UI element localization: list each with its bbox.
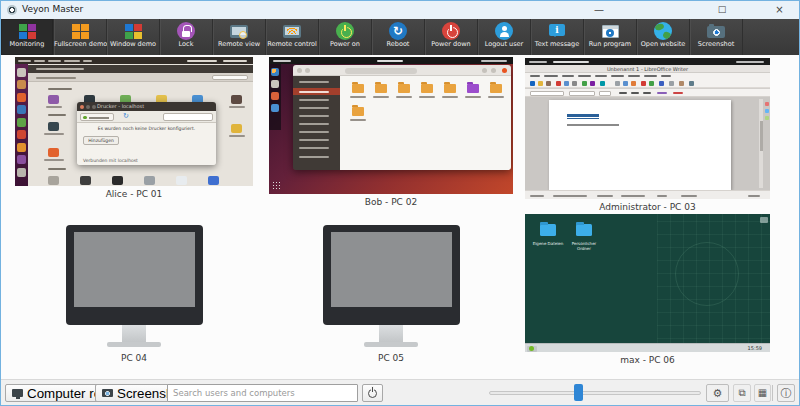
desktop-folder: Persönlicher Ordner — [567, 221, 601, 251]
toolbar-button-remote-control[interactable]: Remote control — [266, 19, 319, 55]
fullscreen-demo-icon — [72, 24, 89, 39]
toolbar-button-logout-user[interactable]: Logout user — [478, 19, 531, 55]
toolbar-button-label: Remote control — [266, 40, 318, 49]
auto-fit-button[interactable]: ⧉ — [733, 384, 751, 402]
minimize-button[interactable]: — — [584, 1, 614, 19]
lock-icon — [177, 22, 195, 40]
start-menu-icon — [527, 346, 537, 352]
toolbar-button-label: Text message — [531, 40, 583, 49]
add-printer-icon — [80, 113, 114, 121]
unity-launcher — [15, 64, 28, 186]
gnome-dock — [269, 64, 281, 130]
window-title: Veyon Master — [22, 4, 83, 14]
power-down-icon — [442, 22, 460, 40]
filter-box — [163, 113, 213, 121]
system-tray — [718, 347, 736, 353]
toolbar-button-open-website[interactable]: Open website — [637, 19, 690, 55]
screen-thumbnail-pc01: Drucker - localhost ↻ Es wurden noch kei… — [15, 57, 253, 186]
screenshot-icon — [707, 26, 725, 38]
thumbnail-size-slider[interactable] — [489, 391, 701, 395]
remote-control-icon — [283, 25, 301, 38]
folder-icon — [576, 224, 592, 236]
reboot-icon — [389, 22, 407, 40]
toolbar-button-window-demo[interactable]: Window demo — [107, 19, 160, 55]
computer-name-pc02: Bob - PC 02 — [269, 197, 513, 207]
power-on-icon — [336, 22, 354, 40]
path-bar — [345, 68, 417, 74]
toolbar-button-power-down[interactable]: Power down — [425, 19, 478, 55]
titlebar: Veyon Master — □ × — [1, 1, 799, 19]
firefox-icon — [271, 68, 279, 76]
settings-button[interactable]: ⚙ — [706, 384, 729, 402]
sidebar-tabs — [764, 99, 770, 159]
dialog-message: Es wurden noch keine Drucker konfigurier… — [77, 123, 216, 131]
screenshots-icon — [102, 389, 113, 397]
ubuntu-menubar — [15, 57, 253, 64]
computer-tile-pc02[interactable]: Bob - PC 02 — [269, 57, 513, 207]
remote-view-icon — [230, 25, 248, 38]
toolbar-button-power-on[interactable]: Power on — [319, 19, 372, 55]
window-close-icon — [502, 68, 507, 73]
gnome-topbar — [525, 58, 770, 65]
maximize-button[interactable]: □ — [707, 1, 737, 19]
toolbar-button-label: Open website — [637, 40, 689, 49]
screen-thumbnail-pc02 — [269, 57, 513, 194]
files-sidebar — [293, 76, 340, 170]
toolbar-button-reboot[interactable]: Reboot — [372, 19, 425, 55]
toolbar-button-label: Window demo — [107, 40, 159, 49]
about-button[interactable]: ⓘ — [777, 384, 795, 402]
dialog-close-icon — [80, 105, 84, 109]
toolbar-button-label: Remote view — [213, 40, 265, 49]
gnome-topbar — [269, 57, 513, 64]
computer-tile-pc05[interactable]: PC 05 — [269, 225, 513, 363]
settings-search-box — [212, 75, 248, 80]
computer-rooms-icon — [12, 389, 23, 397]
monitoring-icon — [19, 24, 36, 39]
files-content — [340, 76, 511, 170]
run-program-icon — [602, 25, 619, 38]
veyon-master-window: Veyon Master — □ × MonitoringFullscreen … — [0, 0, 800, 406]
screen-thumbnail-pc06: Eigene Dateien Persönlicher Ordner 15:59 — [525, 214, 770, 352]
writer-title: Unbenannt 1 - LibreOffice Writer — [525, 65, 770, 73]
computer-tile-pc06[interactable]: Eigene Dateien Persönlicher Ordner 15:59… — [525, 214, 770, 365]
computer-name-pc06: max - PC 06 — [525, 355, 770, 365]
computer-name-pc03: Administrator - PC 03 — [525, 202, 770, 212]
toolbar-button-label: Logout user — [478, 40, 530, 49]
toolbar-button-text-message[interactable]: Text message — [531, 19, 584, 55]
computer-tile-pc01[interactable]: Drucker - localhost ↻ Es wurden noch kei… — [15, 57, 253, 199]
thumbnail-size-slider-handle[interactable] — [574, 384, 583, 401]
computer-tile-pc04[interactable]: PC 04 — [15, 225, 253, 363]
desktop-folder: Eigene Dateien — [531, 221, 565, 246]
computer-name-pc05: PC 05 — [269, 353, 513, 363]
toolbar-button-label: Power down — [425, 40, 477, 49]
computer-tile-pc03[interactable]: Unbenannt 1 - LibreOffice Writer — [525, 58, 770, 212]
power-control-button[interactable] — [362, 384, 383, 402]
toolbar-button-lock[interactable]: Lock — [160, 19, 213, 55]
scrollbar — [759, 99, 763, 188]
veyon-logo-icon — [7, 5, 17, 15]
toolbar-button-label: Power on — [319, 40, 371, 49]
toolbar-button-remote-view[interactable]: Remote view — [213, 19, 266, 55]
text-message-icon — [549, 24, 565, 36]
search-input[interactable] — [167, 384, 358, 402]
document-page — [549, 100, 731, 190]
custom-arrangement-button[interactable]: ▦ — [754, 384, 771, 402]
screen-thumbnail-pc03: Unbenannt 1 - LibreOffice Writer — [525, 58, 770, 199]
close-button[interactable]: × — [761, 1, 798, 19]
statusbar-separator — [772, 385, 773, 401]
toolbar-button-label: Monitoring — [1, 40, 53, 49]
toolbar-button-label: Reboot — [372, 40, 424, 49]
desktop-wallpaper — [657, 214, 770, 352]
toolbar-button-screenshot[interactable]: Screenshot — [690, 19, 743, 55]
offline-monitor-icon — [66, 225, 203, 347]
open-website-icon — [654, 22, 672, 40]
writer-canvas — [525, 97, 770, 190]
toolbar-button-fullscreen-demo[interactable]: Fullscreen demo — [54, 19, 107, 55]
toolbar-button-run-program[interactable]: Run program — [584, 19, 637, 55]
dialog-title: Drucker - localhost — [97, 102, 144, 111]
dialog-add-button: Hinzufügen — [83, 136, 119, 145]
window-demo-icon — [125, 24, 142, 39]
toolbar-button-monitoring[interactable]: Monitoring — [1, 19, 54, 55]
toolbar: MonitoringFullscreen demoWindow demoLock… — [1, 19, 799, 55]
refresh-icon: ↻ — [123, 112, 129, 120]
